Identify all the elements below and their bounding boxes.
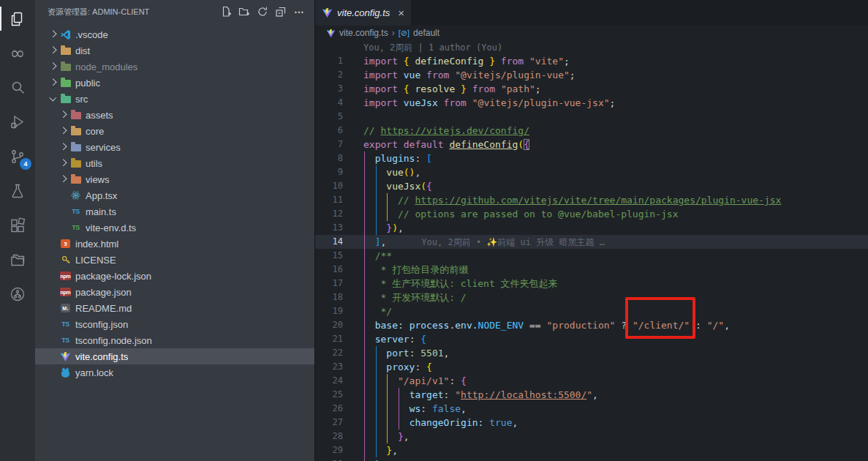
- line-number[interactable]: 27: [315, 416, 356, 430]
- chevron-right-icon[interactable]: [47, 77, 59, 89]
- refresh-icon[interactable]: [254, 4, 271, 20]
- line-number[interactable]: 4: [315, 96, 356, 110]
- close-icon[interactable]: [398, 7, 404, 18]
- code-line-8[interactable]: 8 plugins: [: [315, 151, 868, 165]
- line-number[interactable]: 18: [315, 291, 356, 304]
- line-number[interactable]: 16: [315, 263, 356, 277]
- code-line-11[interactable]: 11 // https://github.com/vitejs/vite/tre…: [315, 193, 868, 207]
- line-number[interactable]: 24: [315, 374, 356, 388]
- tree-item-main-ts[interactable]: TSmain.ts: [35, 203, 314, 220]
- tree-item-core[interactable]: core: [35, 123, 314, 139]
- code-line-12[interactable]: 12 // options are passed on to @vue/babe…: [315, 207, 868, 221]
- line-number[interactable]: 19: [315, 304, 356, 318]
- line-number[interactable]: 9: [315, 165, 356, 179]
- line-number[interactable]: 28: [315, 430, 356, 443]
- line-number[interactable]: 11: [315, 193, 356, 207]
- more-actions-icon[interactable]: [291, 4, 307, 20]
- chevron-right-icon[interactable]: [57, 157, 69, 169]
- source-control-activity-icon[interactable]: 4: [0, 139, 35, 173]
- line-number[interactable]: 13: [315, 221, 356, 235]
- chevron-right-icon[interactable]: [57, 141, 69, 153]
- line-number[interactable]: 22: [315, 346, 356, 360]
- testing-activity-icon[interactable]: [0, 173, 35, 208]
- tree-item-tsconfig-node-json[interactable]: TStsconfig.node.json: [35, 332, 314, 348]
- breadcrumb-symbol[interactable]: default: [413, 28, 439, 38]
- code-line-7[interactable]: 7export default defineConfig({: [315, 138, 868, 151]
- line-number[interactable]: 21: [315, 332, 356, 346]
- tree-item--vscode[interactable]: .vscode: [35, 26, 314, 42]
- code-line-6[interactable]: 6// https://vitejs.dev/config/: [315, 124, 868, 138]
- tab-vite-config[interactable]: vite.config.ts: [315, 0, 411, 26]
- line-number[interactable]: 3: [315, 82, 356, 96]
- line-number[interactable]: 10: [315, 179, 356, 193]
- new-folder-icon[interactable]: [236, 4, 252, 20]
- tree-item-services[interactable]: services: [35, 139, 314, 155]
- chevron-right-icon[interactable]: [57, 125, 69, 137]
- tree-item-package-lock-json[interactable]: npmpackage-lock.json: [35, 268, 314, 284]
- code-line-30[interactable]: 30 },: [315, 457, 868, 461]
- code-line-29[interactable]: 29 },: [315, 443, 868, 457]
- tree-item-assets[interactable]: assets: [35, 107, 314, 123]
- tree-item-app-tsx[interactable]: App.tsx: [35, 187, 314, 203]
- code-line-1[interactable]: 1import { defineConfig } from "vite";: [315, 54, 868, 68]
- line-number[interactable]: 20: [315, 318, 356, 332]
- chevron-right-icon[interactable]: [57, 173, 69, 185]
- tree-item-index-html[interactable]: 5index.html: [35, 236, 314, 252]
- code-line-23[interactable]: 23 proxy: {: [315, 360, 868, 374]
- tree-item-vite-env-d-ts[interactable]: TSvite-env.d.ts: [35, 220, 314, 236]
- tree-item-readme-md[interactable]: M↓README.md: [35, 300, 314, 316]
- line-number[interactable]: 15: [315, 249, 356, 263]
- code-line-19[interactable]: 19 */: [315, 304, 868, 318]
- code-line-2[interactable]: 2import vue from "@vitejs/plugin-vue";: [315, 68, 868, 82]
- tree-item-views[interactable]: views: [35, 171, 314, 187]
- tree-item-tsconfig-json[interactable]: TStsconfig.json: [35, 316, 314, 332]
- tree-item-public[interactable]: public: [35, 75, 314, 91]
- chevron-right-icon[interactable]: [47, 61, 59, 72]
- code-line-14[interactable]: 14 ],You, 2周前 • ✨前端 ui 升级 暗黑主题 …: [315, 235, 868, 249]
- tree-item-src[interactable]: src: [35, 91, 314, 107]
- line-number[interactable]: 29: [315, 443, 356, 457]
- code-line-28[interactable]: 28 },: [315, 430, 868, 443]
- code-line-17[interactable]: 17 * 生产环境默认: client 文件夹包起来: [315, 277, 868, 291]
- line-number[interactable]: 8: [315, 151, 356, 165]
- run-debug-activity-icon[interactable]: [0, 105, 35, 139]
- tree-item-vite-config-ts[interactable]: vite.config.ts: [35, 348, 314, 364]
- code-line-13[interactable]: 13 }),: [315, 221, 868, 235]
- tree-item-dist[interactable]: dist: [35, 42, 314, 59]
- tree-item-node-modules[interactable]: node_modules: [35, 59, 314, 75]
- tree-item-utils[interactable]: utils: [35, 155, 314, 171]
- tree-item-yarn-lock[interactable]: yarn.lock: [35, 364, 314, 381]
- line-number[interactable]: 1: [315, 54, 356, 68]
- code-line-15[interactable]: 15 /**: [315, 249, 868, 263]
- code-line-20[interactable]: 20 base: process.env.NODE_ENV == "produc…: [315, 318, 868, 332]
- line-number[interactable]: 17: [315, 277, 356, 291]
- line-number[interactable]: 25: [315, 388, 356, 402]
- code-line-21[interactable]: 21 server: {: [315, 332, 868, 346]
- line-number[interactable]: 6: [315, 124, 356, 138]
- extensions-activity-icon[interactable]: [0, 208, 35, 242]
- collapse-folders-icon[interactable]: [273, 4, 289, 20]
- code-line-4[interactable]: 4import vueJsx from "@vitejs/plugin-vue-…: [315, 96, 868, 110]
- chevron-right-icon[interactable]: [47, 45, 59, 56]
- code-line-18[interactable]: 18 * 开发环境默认: /: [315, 291, 868, 304]
- tree-item-package-json[interactable]: npmpackage.json: [35, 284, 314, 300]
- code-editor[interactable]: You, 2周前 | 1 author (You)1import { defin…: [315, 40, 868, 461]
- code-line-16[interactable]: 16 * 打包给目录的前缀: [315, 263, 868, 277]
- breadcrumb-file[interactable]: vite.config.ts: [339, 28, 388, 38]
- search-activity-icon[interactable]: [0, 70, 35, 105]
- chevron-right-icon[interactable]: [57, 109, 69, 121]
- explorer-activity-icon[interactable]: [0, 1, 35, 36]
- tree-item-license[interactable]: LICENSE: [35, 252, 314, 268]
- line-number[interactable]: 5: [315, 110, 356, 124]
- chevron-down-icon[interactable]: [47, 93, 59, 105]
- line-number[interactable]: 30: [315, 457, 356, 461]
- code-line-22[interactable]: 22 port: 5501,: [315, 346, 868, 360]
- line-number[interactable]: 14: [315, 235, 356, 249]
- new-file-icon[interactable]: [218, 4, 234, 20]
- git-graph-activity-icon[interactable]: [0, 277, 35, 311]
- chevron-right-icon[interactable]: [47, 29, 59, 40]
- line-number[interactable]: 12: [315, 207, 356, 221]
- line-number[interactable]: 23: [315, 360, 356, 374]
- folder-library-activity-icon[interactable]: [0, 242, 35, 277]
- code-line-5[interactable]: 5: [315, 110, 868, 124]
